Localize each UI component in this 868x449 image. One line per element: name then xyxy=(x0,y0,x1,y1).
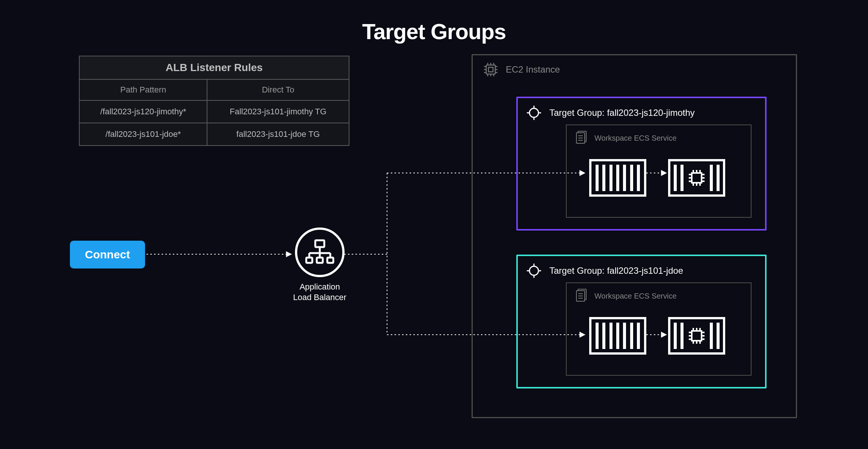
alb-label-line1: Application xyxy=(293,282,346,292)
target-group-header: Target Group: fall2023-js101-jdoe xyxy=(526,263,683,279)
container-row xyxy=(589,317,725,355)
service-stack-icon xyxy=(575,288,588,303)
svg-rect-9 xyxy=(486,65,495,74)
table-row: /fall2023-js120-jimothy* Fall2023-js101-… xyxy=(79,100,349,123)
cell-direct: Fall2023-js101-jimothy TG xyxy=(207,100,349,123)
svg-point-23 xyxy=(529,108,538,117)
table-title: ALB Listener Rules xyxy=(79,56,349,79)
target-group-box-jdoe: Target Group: fall2023-js101-jdoe Worksp… xyxy=(516,255,767,388)
page-title: Target Groups xyxy=(362,19,506,44)
alb-node: Application Load Balancer xyxy=(293,228,346,302)
cpu-chip-icon xyxy=(482,61,499,78)
cell-path: /fall2023-js120-jimothy* xyxy=(79,100,207,123)
col-header-direct: Direct To xyxy=(207,79,349,100)
target-group-label: Target Group: fall2023-js120-jimothy xyxy=(549,108,695,118)
target-icon xyxy=(526,105,542,121)
target-group-box-jimothy: Target Group: fall2023-js120-jimothy Wor… xyxy=(516,97,767,231)
cell-path: /fall2023-js101-jdoe* xyxy=(79,123,207,146)
svg-point-46 xyxy=(529,266,538,275)
target-group-label: Target Group: fall2023-js101-jdoe xyxy=(549,265,683,276)
target-group-header: Target Group: fall2023-js120-jimothy xyxy=(526,105,695,121)
cell-direct: fall2023-js101-jdoe TG xyxy=(207,123,349,146)
svg-rect-33 xyxy=(692,173,702,183)
container-chip-icon xyxy=(668,159,725,197)
ecs-label: Workspace ECS Service xyxy=(575,288,677,303)
container-icon xyxy=(589,317,646,355)
svg-rect-7 xyxy=(317,258,323,263)
service-stack-icon xyxy=(575,130,588,146)
alb-listener-rules-table: ALB Listener Rules Path Pattern Direct T… xyxy=(79,56,349,146)
ecs-service-box: Workspace ECS Service xyxy=(566,124,752,218)
svg-rect-10 xyxy=(488,67,493,72)
svg-rect-8 xyxy=(327,258,333,263)
alb-label: Application Load Balancer xyxy=(293,282,346,302)
ec2-label: EC2 Instance xyxy=(482,61,560,78)
container-row xyxy=(589,159,725,197)
ecs-label-text: Workspace ECS Service xyxy=(594,134,677,143)
table-row: /fall2023-js101-jdoe* fall2023-js101-jdo… xyxy=(79,123,349,146)
container-chip-icon xyxy=(668,317,725,355)
ecs-service-box: Workspace ECS Service xyxy=(566,282,752,376)
svg-rect-6 xyxy=(306,258,312,263)
svg-rect-0 xyxy=(315,240,324,247)
ec2-instance-box: EC2 Instance Target Group: fall2023-js12… xyxy=(472,54,797,418)
ecs-label-text: Workspace ECS Service xyxy=(594,292,677,300)
col-header-path: Path Pattern xyxy=(79,79,207,100)
container-icon xyxy=(589,159,646,197)
alb-label-line2: Load Balancer xyxy=(293,292,346,303)
ec2-label-text: EC2 Instance xyxy=(506,64,560,75)
target-icon xyxy=(526,263,542,279)
svg-rect-56 xyxy=(692,331,702,341)
ecs-label: Workspace ECS Service xyxy=(575,130,677,146)
load-balancer-icon xyxy=(295,228,345,277)
connect-button[interactable]: Connect xyxy=(70,241,145,268)
